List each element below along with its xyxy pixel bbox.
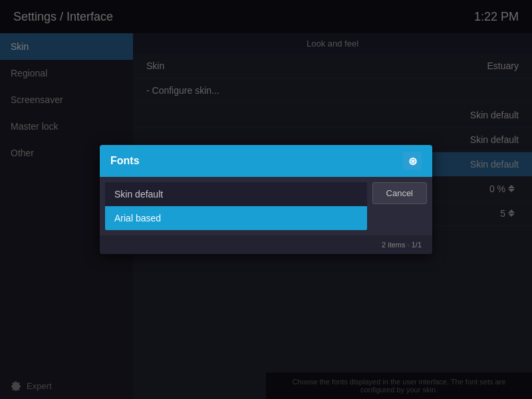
modal-close-button[interactable]: ⊛ <box>403 152 422 170</box>
font-option-skin-default[interactable]: Skin default <box>105 182 367 206</box>
modal-actions: Cancel <box>372 182 427 230</box>
modal-body: Skin default Arial based Cancel <box>100 177 432 235</box>
modal-footer: 2 items · 1/1 <box>100 235 432 254</box>
modal-title: Fonts <box>110 155 140 167</box>
fonts-modal: Fonts ⊛ Skin default Arial based Cancel … <box>100 145 432 254</box>
modal-overlay: Fonts ⊛ Skin default Arial based Cancel … <box>0 0 532 399</box>
kodi-icon: ⊛ <box>408 155 417 168</box>
font-option-arial-based[interactable]: Arial based <box>105 206 367 230</box>
modal-header: Fonts ⊛ <box>100 145 432 177</box>
cancel-button[interactable]: Cancel <box>372 182 427 204</box>
fonts-list: Skin default Arial based <box>105 182 367 230</box>
